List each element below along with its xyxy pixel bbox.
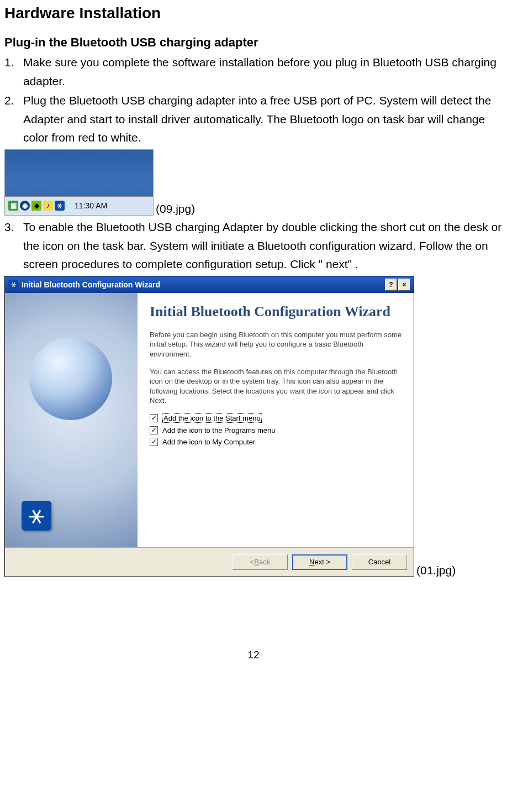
taskbar-figure: ▣ ◉ ◆ ♪ ⚹ 11:30 AM (09.jpg) [4,149,503,216]
wizard-title-text: Initial Bluetooth Configuration Wizard [22,280,160,289]
checkbox-icon: ✓ [150,426,158,434]
checkbox-label: Add the icon to the Start menu [162,413,262,423]
wizard-sidebar-image: ⚹ [5,293,138,547]
step-2: 2. Plug the Bluetooth USB charging adapt… [4,91,503,147]
back-button: < Back [233,554,288,570]
wizard-paragraph-2: You can access the Bluetooth features on… [150,367,402,406]
clock: 11:30 AM [75,201,107,210]
step-text: Make sure you complete the software inst… [23,53,503,90]
step-1: 1. Make sure you complete the software i… [4,53,503,90]
checkbox-label: Add the icon to the Programs menu [162,426,276,434]
help-button[interactable]: ? [385,279,397,291]
wizard-heading: Initial Bluetooth Configuration Wizard [150,303,402,320]
nvidia-icon: ◆ [31,201,41,211]
step-number: 1. [4,53,23,90]
globe-graphic [29,337,112,420]
section-title: Plug-in the Bluetooth USB charging adapt… [4,35,503,50]
checkbox-programs-menu[interactable]: ✓ Add the icon to the Programs menu [150,426,402,434]
wizard-paragraph-1: Before you can begin using Bluetooth on … [150,330,402,359]
system-tray: ▣ ◉ ◆ ♪ ⚹ 11:30 AM [5,196,153,215]
wizard-titlebar: ⚹ Initial Bluetooth Configuration Wizard… [5,276,414,293]
step-number: 2. [4,91,23,147]
cancel-button[interactable]: Cancel [352,554,407,570]
taskbar-screenshot: ▣ ◉ ◆ ♪ ⚹ 11:30 AM [4,149,154,216]
wizard-dialog: ⚹ Initial Bluetooth Configuration Wizard… [4,276,414,577]
page-title: Hardware Installation [4,4,503,22]
bluetooth-icon: ⚹ [8,280,18,290]
checkbox-my-computer[interactable]: ✓ Add the icon to My Computer [150,438,402,446]
step-text: To enable the Bluetooth USB charging Ada… [23,218,503,274]
page-number: 12 [4,649,503,661]
step-3: 3. To enable the Bluetooth USB charging … [4,218,503,274]
network-icon: ▣ [8,201,18,211]
close-button[interactable]: × [398,279,410,291]
bluetooth-tray-icon-alt: ◉ [20,201,30,211]
figure-caption: (09.jpg) [156,202,195,216]
wizard-footer: < Back Next > Cancel [5,547,414,577]
checkbox-icon: ✓ [150,438,158,446]
checkbox-icon: ✓ [150,414,158,422]
bluetooth-tray-icon: ⚹ [55,201,65,211]
wizard-figure: ⚹ Initial Bluetooth Configuration Wizard… [4,276,503,577]
checkbox-label: Add the icon to My Computer [162,438,255,446]
step-number: 3. [4,218,23,274]
next-button[interactable]: Next > [292,554,347,570]
figure-caption: (01.jpg) [416,564,456,577]
volume-icon: ♪ [43,201,53,211]
checkbox-start-menu[interactable]: ✓ Add the icon to the Start menu [150,413,402,423]
step-text: Plug the Bluetooth USB charging adapter … [23,91,503,147]
bluetooth-logo: ⚹ [22,501,51,531]
